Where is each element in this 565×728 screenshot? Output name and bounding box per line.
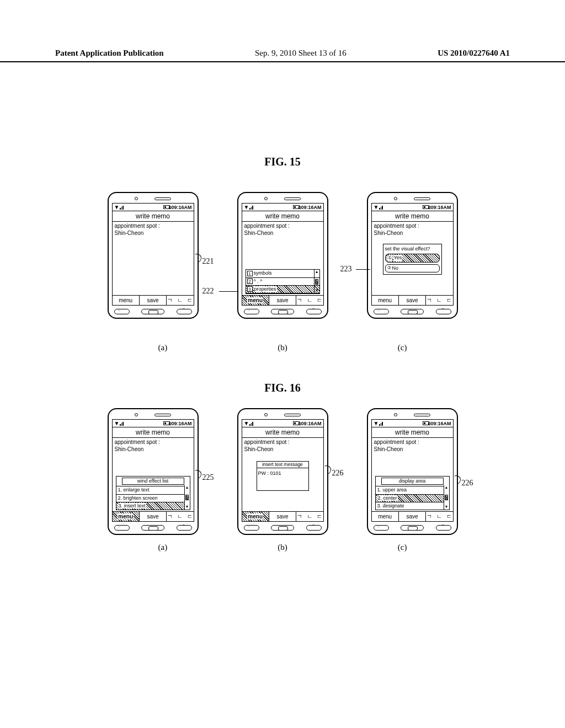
hardware-keys [112,524,194,532]
hw-center-key[interactable] [401,309,424,314]
softkey-menu[interactable]: menu [113,512,140,521]
hw-left-key[interactable] [374,525,389,531]
battery-icon [163,421,170,425]
figure-16-label: FIG. 16 [0,382,565,394]
popup-item-symbols[interactable]: 1symbols [246,270,319,277]
phone-fig16b: ▼ 09:16AM write memo appointment spot : … [237,408,328,535]
scroll-down-icon[interactable]: ▼ [445,505,449,510]
battery-icon [293,421,300,425]
battery-icon [293,205,300,209]
sub-b: (b) [278,543,287,552]
speaker-icon [414,197,430,200]
battery-icon [423,205,429,209]
list-item-upper[interactable]: 1. upper area [376,486,449,494]
softkey-save[interactable]: save [140,512,167,521]
header-left: Patent Application Publication [55,49,164,58]
list-item-designate[interactable]: 3. designate [376,502,449,510]
hw-left-key[interactable] [114,309,130,314]
fig15c-wrap: ▼ 09:16AM write memo appointment spot : … [367,192,458,319]
figure-16-row: ▼ 09:16AM write memo appointment spot : … [0,408,565,535]
hw-right-key[interactable] [306,525,322,531]
softkey-bar: menu save ㄱ ㄴ ㄷ [242,511,323,521]
battery-time: 09:16AM [163,205,191,210]
callout-222-lead: 222 [202,287,214,296]
hw-center-key[interactable] [141,309,164,314]
callout-226a: 226 [332,469,344,478]
hw-left-key[interactable] [244,525,259,531]
scroll-down-icon[interactable]: ▼ [315,288,319,293]
callout-223: 223 [340,265,352,274]
softkey-menu[interactable]: menu [372,512,399,521]
battery-time: 09:16AM [293,205,321,210]
scroll-thumb[interactable] [185,495,189,500]
softkey-ime[interactable]: ㄱ ㄴ ㄷ [296,296,323,305]
softkey-menu[interactable]: menu [372,296,399,305]
hw-left-key[interactable] [244,309,259,314]
list-scrollbar[interactable]: ▲ ▼ [444,485,449,510]
scroll-up-icon[interactable]: ▲ [445,485,449,490]
hw-center-key[interactable] [401,525,424,531]
sub-c: (c) [398,343,407,352]
softkey-save[interactable]: save [140,296,167,305]
list-item-enlarge[interactable]: 1. enlarge text [116,486,190,494]
hw-center-key[interactable] [271,525,294,531]
softkey-menu[interactable]: menu [242,512,269,521]
scroll-down-icon[interactable]: ▼ [185,505,189,510]
softkey-save[interactable]: save [399,512,426,521]
battery-icon [423,421,429,425]
scroll-up-icon[interactable]: ▲ [185,485,189,490]
memo-line1: appointment spot : [244,439,321,446]
softkey-ime[interactable]: ㄱ ㄴ ㄷ [167,512,193,521]
hw-right-key[interactable] [436,525,451,531]
list-item-brighten[interactable]: 2. brighten screen [116,494,190,502]
softkey-save[interactable]: save [399,296,426,305]
list-scrollbar[interactable]: ▲ ▼ [184,485,190,510]
softkey-save[interactable]: save [269,296,296,305]
hw-center-key[interactable] [271,309,294,314]
softkey-menu[interactable]: menu [113,296,140,305]
hw-left-key[interactable] [114,525,130,531]
softkey-bar: menu save ㄱ ㄴ ㄷ [372,511,453,521]
camera-icon [135,413,138,416]
memo-content[interactable]: appointment spot : Shin-Cheon 1symbols 2… [242,222,323,295]
hw-right-key[interactable] [177,309,192,314]
status-bar: ▼ 09:16AM [113,420,194,427]
dialog-option-yes[interactable]: ①Yes [385,254,440,262]
memo-line1: appointment spot : [115,223,191,230]
dialog-option-no[interactable]: ②No [385,264,440,272]
scroll-thumb[interactable] [445,495,448,500]
popup-scrollbar[interactable]: ▲ ▼ [314,270,319,293]
signal-icon: ▼ [114,205,124,210]
list-item-insert-text[interactable]: 3. insert text [116,502,190,510]
clock-text: 09:16AM [171,205,191,210]
battery-time: 09:16AM [293,421,321,426]
popup-item-properties[interactable]: 3properties [246,286,319,293]
softkey-save[interactable]: save [269,512,296,521]
hw-right-key[interactable] [436,309,451,314]
softkey-ime[interactable]: ㄱ ㄴ ㄷ [426,512,452,521]
hw-center-key[interactable] [141,525,164,531]
hardware-keys [371,308,454,315]
status-bar: ▼ 09:16AM [372,204,453,211]
speaker-icon [414,414,430,416]
list-item-center[interactable]: 2. center [376,494,449,502]
memo-content: appointment spot : Shin-Cheon insert tex… [242,438,323,511]
softkey-menu[interactable]: menu [242,296,269,305]
sub-a: (a) [158,543,168,552]
memo-content[interactable]: appointment spot : Shin-Cheon [113,222,194,295]
dialog-value[interactable]: PW : 0101 [257,468,308,490]
scroll-thumb[interactable] [315,279,318,285]
hw-right-key[interactable] [306,309,322,314]
hw-left-key[interactable] [374,309,389,314]
scroll-up-icon[interactable]: ▲ [315,270,319,275]
memo-line2: Shin-Cheon [244,230,321,237]
softkey-ime[interactable]: ㄱ ㄴ ㄷ [167,296,193,305]
hw-right-key[interactable] [177,525,192,531]
signal-icon: ▼ [244,205,253,210]
softkey-ime[interactable]: ㄱ ㄴ ㄷ [296,512,323,521]
popup-item-emoticon[interactable]: 2^ . ^ [246,278,319,286]
callout-225-text: 225 [202,473,214,481]
softkey-ime[interactable]: ㄱ ㄴ ㄷ [426,296,452,305]
memo-line2: Shin-Cheon [115,230,191,237]
clock-text: 09:16AM [301,205,321,210]
